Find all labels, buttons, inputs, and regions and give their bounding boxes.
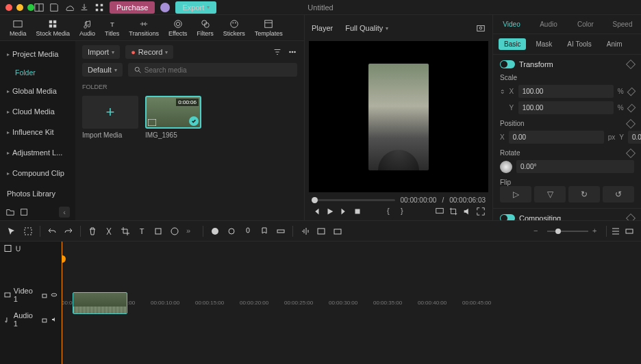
mark-out-icon[interactable]: } xyxy=(401,207,410,216)
quality-dropdown[interactable]: Full Quality▾ xyxy=(340,21,394,35)
keyframe-diamond[interactable] xyxy=(626,213,636,220)
tab-templates[interactable]: Templates xyxy=(251,18,287,38)
snapshot-icon[interactable] xyxy=(476,23,486,33)
mark-in-icon[interactable]: { xyxy=(387,207,397,216)
stop-icon[interactable] xyxy=(353,207,362,216)
sidebar-item-photos[interactable]: Photos Library xyxy=(3,185,73,203)
pos-y-input[interactable] xyxy=(628,131,641,144)
link-icon[interactable] xyxy=(500,87,505,96)
keyframe-diamond[interactable] xyxy=(627,103,636,112)
rtab-color[interactable]: Color xyxy=(567,15,604,34)
tab-filters[interactable]: Filters xyxy=(192,18,218,38)
tab-stickers[interactable]: Stickers xyxy=(219,18,249,38)
fullscreen-icon[interactable] xyxy=(476,207,486,216)
rtab-audio[interactable]: Audio xyxy=(530,15,567,34)
sidebar-item-project[interactable]: ▸Project Media xyxy=(3,45,73,63)
sidebar-item-global[interactable]: ▸Global Media xyxy=(3,82,73,100)
keyframe-diamond[interactable] xyxy=(626,148,636,157)
sidebar-item-cloud[interactable]: ▸Cloud Media xyxy=(3,103,73,120)
preview-canvas[interactable] xyxy=(309,41,488,192)
keyframe-diamond[interactable] xyxy=(627,87,636,96)
play-icon[interactable] xyxy=(325,207,335,216)
tab-stock[interactable]: Stock Media xyxy=(32,18,75,38)
stab-anim[interactable]: Anim xyxy=(601,38,628,50)
sidebar-folder[interactable]: Folder xyxy=(3,64,73,81)
new-folder-icon[interactable] xyxy=(5,207,15,217)
undo-icon[interactable] xyxy=(47,226,57,236)
player-scrubber[interactable] xyxy=(312,199,395,201)
delete-icon[interactable] xyxy=(88,226,97,236)
tab-titles[interactable]: TTitles xyxy=(101,18,123,38)
prev-frame-icon[interactable] xyxy=(312,207,321,216)
default-dropdown[interactable]: Default▾ xyxy=(82,63,123,77)
scale-y-input[interactable] xyxy=(518,101,614,114)
speed-tool-icon[interactable] xyxy=(170,226,179,236)
lock-icon[interactable] xyxy=(41,290,48,300)
stab-mask[interactable]: Mask xyxy=(530,38,557,50)
maximize-window[interactable] xyxy=(27,4,34,11)
select-tool[interactable] xyxy=(23,226,33,236)
magnet-icon[interactable] xyxy=(14,244,22,253)
timeline-clip[interactable] xyxy=(73,292,127,314)
search-field[interactable] xyxy=(144,66,292,74)
layout-icon[interactable] xyxy=(34,3,44,12)
display-icon[interactable] xyxy=(435,207,444,216)
sort-icon[interactable] xyxy=(273,47,282,57)
snapshot-tool-icon[interactable] xyxy=(333,226,342,236)
list-view-icon[interactable] xyxy=(611,226,620,236)
marker-tool-icon[interactable] xyxy=(260,226,269,236)
playhead[interactable] xyxy=(62,242,62,364)
pointer-tool[interactable] xyxy=(7,226,16,236)
sidebar-item-adjustment[interactable]: ▸Adjustment L... xyxy=(3,144,73,161)
rtab-speed[interactable]: Speed xyxy=(604,15,641,34)
media-thumbnail[interactable]: 0:00:06 xyxy=(145,96,201,129)
rotate-cw-button[interactable]: ↻ xyxy=(568,186,600,203)
stab-basic[interactable]: Basic xyxy=(499,38,526,50)
track-mode-icon[interactable] xyxy=(4,244,12,253)
sidebar-item-compound[interactable]: ▸Compound Clip xyxy=(3,164,73,182)
color-tool-icon[interactable] xyxy=(210,226,220,236)
tab-media[interactable]: Media xyxy=(5,18,31,38)
keyframe-diamond[interactable] xyxy=(626,118,636,128)
redo-icon[interactable] xyxy=(64,226,73,236)
more-icon[interactable] xyxy=(288,47,297,57)
audio-icon[interactable] xyxy=(4,315,11,324)
search-input[interactable] xyxy=(128,63,297,77)
import-media-box[interactable]: + xyxy=(82,96,138,129)
purchase-button[interactable]: Purchase xyxy=(110,1,155,14)
grid-icon[interactable] xyxy=(95,3,104,12)
rotate-input[interactable] xyxy=(516,160,634,173)
keyframe-diamond[interactable] xyxy=(626,60,636,69)
transform-toggle[interactable] xyxy=(500,60,515,68)
video-icon[interactable] xyxy=(4,290,11,300)
fit-icon[interactable] xyxy=(625,226,634,236)
compositing-toggle[interactable] xyxy=(500,214,515,220)
more-tools-icon[interactable]: » xyxy=(186,226,196,236)
eye-icon[interactable] xyxy=(51,290,58,300)
zoom-in-icon[interactable]: + xyxy=(592,226,602,236)
save-icon[interactable] xyxy=(49,3,59,12)
import-dropdown[interactable]: Import▾ xyxy=(82,45,120,59)
tab-effects[interactable]: Effects xyxy=(164,18,191,38)
split-icon[interactable] xyxy=(104,226,114,236)
download-icon[interactable] xyxy=(79,3,89,12)
user-avatar[interactable] xyxy=(160,3,170,12)
adjust-icon[interactable] xyxy=(153,226,163,236)
track-tool-icon[interactable] xyxy=(276,226,286,236)
tab-audio[interactable]: Audio xyxy=(75,18,99,38)
pos-x-input[interactable] xyxy=(509,131,604,144)
zoom-out-icon[interactable]: − xyxy=(533,226,543,236)
next-frame-icon[interactable] xyxy=(339,207,349,216)
flip-h-button[interactable]: ▷ xyxy=(500,186,531,203)
tab-transitions[interactable]: Transitions xyxy=(125,18,163,38)
lock-icon[interactable] xyxy=(41,315,48,324)
text-tool-icon[interactable]: T xyxy=(137,226,147,236)
rotate-ccw-button[interactable]: ↺ xyxy=(603,186,634,203)
rtab-video[interactable]: Video xyxy=(493,15,530,34)
minimize-window[interactable] xyxy=(16,4,23,11)
collapse-sidebar[interactable]: ‹ xyxy=(59,207,70,218)
zoom-slider[interactable] xyxy=(547,231,588,232)
mute-icon[interactable] xyxy=(51,315,58,324)
sidebar-item-influence[interactable]: ▸Influence Kit xyxy=(3,123,73,141)
audio-mix-icon[interactable] xyxy=(300,226,310,236)
